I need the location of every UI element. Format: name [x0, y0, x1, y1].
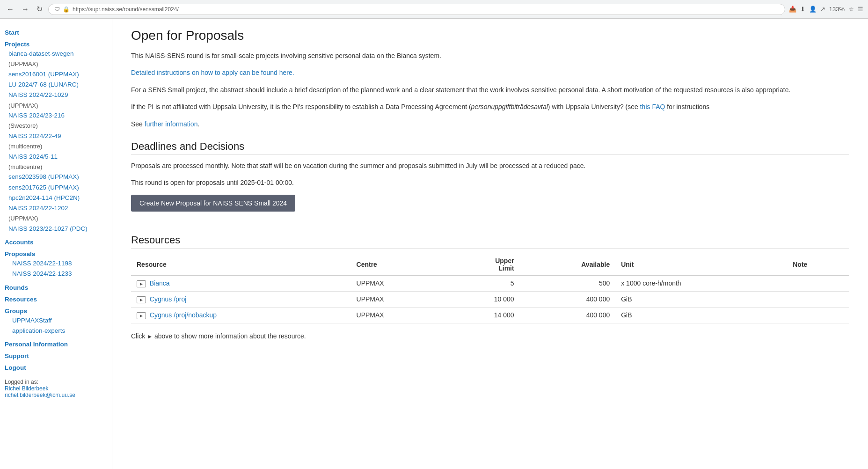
click-note-rest: above to show more information about the…	[154, 332, 306, 340]
cell-unit: GiB	[615, 307, 787, 323]
sidebar-proposals[interactable]: Proposals	[5, 250, 107, 257]
expand-resource-btn[interactable]: ►	[137, 296, 146, 303]
cell-centre: UPPMAX	[351, 275, 445, 292]
col-centre: Centre	[351, 254, 445, 275]
expand-resource-btn[interactable]: ►	[137, 280, 146, 287]
further-link[interactable]: further information	[145, 120, 198, 128]
pi-paragraph: If the PI is not affiliated with Uppsala…	[131, 102, 849, 112]
sidebar-item-naiss-2024-22-1029[interactable]: NAISS 2024/22-1029	[5, 90, 107, 100]
sidebar-support[interactable]: Support	[5, 352, 107, 359]
cell-resource: ► Cygnus /proj	[131, 291, 351, 307]
sidebar-groups[interactable]: Groups	[5, 308, 107, 315]
cell-unit: GiB	[615, 291, 787, 307]
sidebar-item-naiss-2024-22-1233[interactable]: NAISS 2024/22-1233	[5, 269, 107, 279]
create-proposal-button[interactable]: Create New Proposal for NAISS SENS Small…	[131, 195, 295, 212]
col-available: Available	[520, 254, 616, 275]
sidebar-item-naiss-49-sub: (multicentre)	[5, 141, 107, 152]
cell-upper-limit: 10 000	[445, 291, 520, 307]
sidebar-item-lu-2024-7-68[interactable]: LU 2024/7-68 (LUNARC)	[5, 80, 107, 90]
sidebar-rounds[interactable]: Rounds	[5, 284, 107, 291]
instructions-link-paragraph: Detailed instructions on how to apply ca…	[131, 67, 849, 78]
col-note: Note	[787, 254, 849, 275]
instructions-link[interactable]: Detailed instructions on how to apply ca…	[131, 69, 294, 76]
sidebar-resources[interactable]: Resources	[5, 296, 107, 303]
sidebar-item-naiss-511-sub: (multicentre)	[5, 162, 107, 172]
click-note: Click ► above to show more information a…	[131, 331, 849, 341]
further-text-after: .	[197, 120, 199, 128]
pocket-icon[interactable]: 📥	[789, 6, 796, 13]
cell-centre: UPPMAX	[351, 291, 445, 307]
cell-note	[787, 275, 849, 292]
menu-icon[interactable]: ☰	[858, 6, 863, 13]
cell-unit: x 1000 core-h/month	[615, 275, 787, 292]
sidebar-item-application-experts[interactable]: application-experts	[5, 326, 107, 336]
sidebar-item-naiss-2024-23-216[interactable]: NAISS 2024/23-216	[5, 110, 107, 121]
sidebar-item-naiss-2024-22-1202[interactable]: NAISS 2024/22-1202	[5, 203, 107, 213]
cell-centre: UPPMAX	[351, 307, 445, 323]
click-text: Click	[131, 332, 147, 340]
user-name-link[interactable]: Richel Bilderbeek	[5, 385, 48, 392]
sidebar-item-naiss-2024-5-11[interactable]: NAISS 2024/5-11	[5, 152, 107, 162]
abstract-paragraph: For a SENS Small project, the abstract s…	[131, 85, 849, 95]
sidebar-start[interactable]: Start	[5, 29, 107, 36]
sidebar-item-naiss-2024-22-49[interactable]: NAISS 2024/22-49	[5, 131, 107, 141]
browser-right-icons: 📥 ⬇ 👤 ↗ 133% ☆ ☰	[789, 6, 863, 13]
reload-button[interactable]: ↻	[35, 4, 44, 15]
arrow-icon: ►	[147, 332, 153, 341]
see-paragraph: See further information.	[131, 119, 849, 129]
table-row: ► Cygnus /proj/nobackup UPPMAX 14 000 40…	[131, 307, 849, 323]
forward-button[interactable]: →	[20, 4, 31, 15]
sidebar-item-naiss-1029-sub: (UPPMAX)	[5, 101, 107, 111]
table-row: ► Cygnus /proj UPPMAX 10 000 400 000 GiB	[131, 291, 849, 307]
sidebar-personal-info[interactable]: Personal Information	[5, 341, 107, 348]
download-icon[interactable]: ⬇	[800, 6, 805, 13]
deadlines-text2: This round is open for proposals until 2…	[131, 177, 849, 188]
lock-icon: 🔒	[63, 6, 70, 13]
cell-upper-limit: 5	[445, 275, 520, 292]
star-icon[interactable]: ☆	[848, 6, 854, 13]
cell-available: 400 000	[520, 291, 616, 307]
sidebar-item-naiss-2024-22-1198[interactable]: NAISS 2024/22-1198	[5, 258, 107, 269]
sidebar-item-hpc2n2024-114[interactable]: hpc2n2024-114 (HPC2N)	[5, 193, 107, 203]
see-text: See	[131, 120, 145, 128]
sidebar-item-naiss-1202-sub: (UPPMAX)	[5, 213, 107, 224]
col-resource: Resource	[131, 254, 351, 275]
sidebar-logout[interactable]: Logout	[5, 364, 107, 371]
expand-resource-btn[interactable]: ►	[137, 312, 146, 319]
sidebar-item-naiss-2023-22-1027[interactable]: NAISS 2023/22-1027 (PDC)	[5, 224, 107, 234]
sidebar-projects[interactable]: Projects	[5, 41, 107, 48]
logged-in-label: Logged in as:	[5, 379, 107, 385]
resource-link[interactable]: Cygnus /proj/nobackup	[150, 311, 217, 319]
intro-paragraph: This NAISS-SENS round is for small-scale…	[131, 51, 849, 61]
address-bar[interactable]: 🛡 🔒 https://supr.naiss.se/round/senssmal…	[48, 4, 785, 15]
sidebar-accounts[interactable]: Accounts	[5, 239, 107, 246]
sidebar-item-uppmax-staff[interactable]: UPPMAXStaff	[5, 315, 107, 326]
sidebar-item-sens2023598[interactable]: sens2023598 (UPPMAX)	[5, 172, 107, 182]
pi-faq-link[interactable]: this FAQ	[640, 103, 665, 110]
user-email-link[interactable]: richel.bilderbeek@icm.uu.se	[5, 392, 75, 398]
sidebar-item-sens2017625[interactable]: sens2017625 (UPPMAX)	[5, 183, 107, 193]
logged-in-section: Logged in as: Richel Bilderbeek richel.b…	[5, 379, 107, 398]
pi-text-italic: personuppgiftbiträdesavtal	[471, 103, 548, 110]
resource-link[interactable]: Cygnus /proj	[150, 295, 187, 303]
col-unit: Unit	[615, 254, 787, 275]
cell-resource: ► Bianca	[131, 275, 351, 292]
sidebar-item-naiss-216-sub: (Swestore)	[5, 121, 107, 131]
back-button[interactable]: ←	[5, 4, 16, 15]
zoom-level: 133%	[829, 6, 845, 13]
browser-chrome: ← → ↻ 🛡 🔒 https://supr.naiss.se/round/se…	[0, 0, 868, 19]
cell-upper-limit: 14 000	[445, 307, 520, 323]
deadlines-title: Deadlines and Decisions	[131, 140, 849, 155]
col-upper-limit: UpperLimit	[445, 254, 520, 275]
cell-available: 500	[520, 275, 616, 292]
page-title: Open for Proposals	[131, 28, 849, 43]
sidebar-item-bianca-dataset-swegen[interactable]: bianca-dataset-swegen	[5, 49, 107, 59]
pi-text-after: for instructions	[665, 103, 709, 110]
share-icon[interactable]: ↗	[820, 6, 825, 13]
page-layout: Start Projects bianca-dataset-swegen (UP…	[0, 19, 868, 469]
sidebar-item-sens2016001[interactable]: sens2016001 (UPPMAX)	[5, 69, 107, 80]
fxa-icon[interactable]: 👤	[809, 6, 817, 13]
table-row: ► Bianca UPPMAX 5 500 x 1000 core-h/mont…	[131, 275, 849, 292]
sidebar: Start Projects bianca-dataset-swegen (UP…	[0, 19, 112, 469]
resource-link[interactable]: Bianca	[150, 279, 170, 287]
